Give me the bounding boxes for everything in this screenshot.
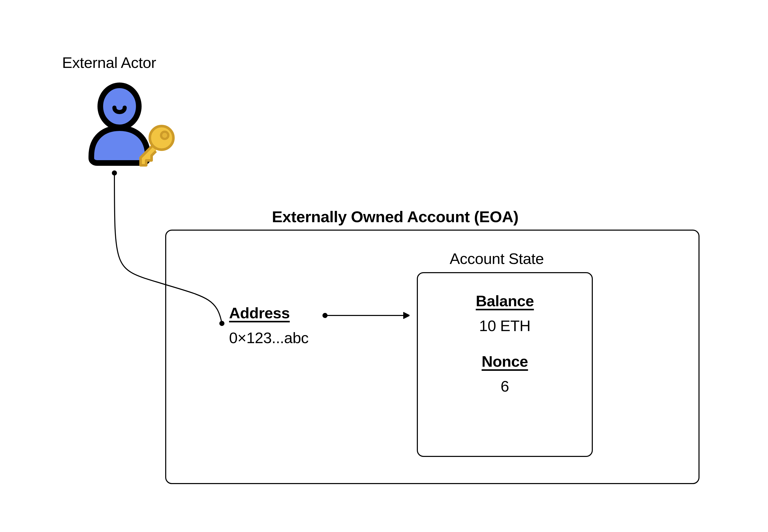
eoa-title: Externally Owned Account (EOA) — [272, 208, 518, 226]
balance-label: Balance — [476, 292, 534, 310]
account-state-container: Balance 10 ETH Nonce 6 — [417, 272, 593, 457]
account-state-title: Account State — [450, 250, 544, 268]
balance-value: 10 ETH — [479, 317, 530, 335]
svg-point-3 — [162, 133, 167, 138]
external-actor-label: External Actor — [62, 54, 156, 71]
nonce-value: 6 — [501, 377, 509, 395]
address-value: 0×123...abc — [229, 329, 309, 347]
address-label: Address — [229, 304, 309, 322]
diagram-canvas: External Actor Externally Owned Account … — [0, 0, 768, 532]
svg-point-0 — [100, 85, 139, 127]
nonce-group: Nonce 6 — [482, 353, 528, 395]
nonce-label: Nonce — [482, 353, 528, 370]
address-block: Address 0×123...abc — [229, 304, 309, 347]
person-with-key-icon — [82, 79, 179, 174]
